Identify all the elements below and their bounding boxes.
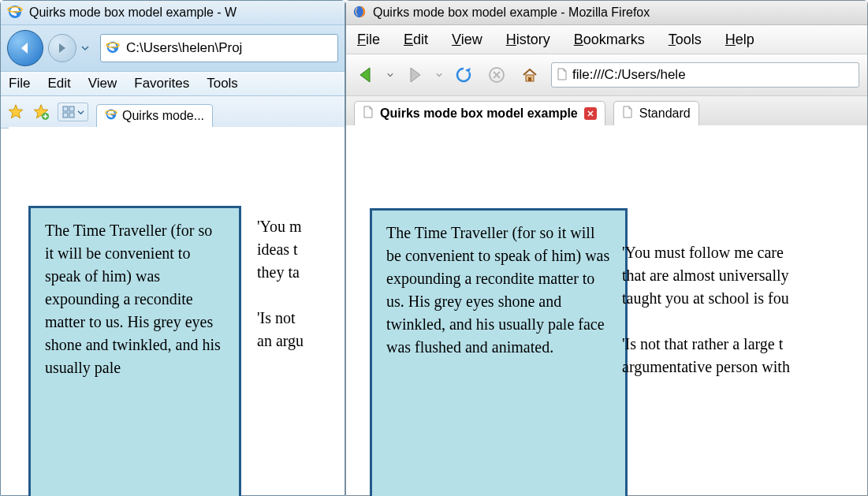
address-text: C:\Users\helen\Proj [120,40,248,56]
forward-button[interactable] [403,63,427,87]
page-icon [363,106,374,121]
ie-titlebar: Quirks mode box model example - W [1,1,345,25]
page-icon [557,68,568,83]
ie-page-content: The Time Traveller (for so it will be co… [9,127,345,495]
back-button[interactable] [7,30,43,66]
ff-window-title: Quirks mode box model example - Mozilla … [373,6,650,20]
ie-e-icon [101,40,120,57]
menu-bookmarks[interactable]: Bookmarks [574,32,645,48]
menu-edit[interactable]: Edit [47,76,70,91]
home-button[interactable] [518,63,542,87]
add-favorite-icon[interactable] [32,103,50,121]
svg-rect-5 [63,106,68,111]
menu-history[interactable]: History [506,32,550,48]
ff-page-content: The Time Traveller (for so it will be co… [346,125,867,495]
menu-help[interactable]: Help [725,32,754,48]
tab-label: Standard [639,106,691,121]
tab-label: Quirks mode... [122,109,204,123]
browser-tab[interactable]: Quirks mode... [96,104,213,128]
menu-favorites[interactable]: Favorites [134,76,189,91]
menu-tools[interactable]: Tools [669,32,702,48]
ff-titlebar: Quirks mode box model example - Mozilla … [346,1,867,25]
menu-view[interactable]: View [452,32,482,48]
ie-menubar: File Edit View Favorites Tools [1,72,345,96]
address-bar[interactable]: file:///C:/Users/hele [551,62,859,88]
tab-label: Quirks mode box model example [380,106,578,121]
stop-button[interactable] [485,63,509,87]
menu-file[interactable]: File [357,32,380,48]
svg-rect-8 [69,113,74,117]
browser-tab-active[interactable]: Quirks mode box model example [354,101,605,126]
body-text: 'You must follow me care that are almost… [622,241,868,379]
menu-edit[interactable]: Edit [404,32,428,48]
svg-rect-14 [528,77,531,81]
svg-rect-7 [63,113,68,117]
ie-e-icon [105,108,117,124]
quirks-box: The Time Traveller (for so it will be co… [370,208,628,496]
firefox-window: Quirks mode box model example - Mozilla … [345,0,868,496]
ie-toolbar: Quirks mode... [1,96,345,129]
back-button[interactable] [354,63,378,87]
ff-menubar: File Edit View History Bookmarks Tools H… [346,25,867,54]
quirks-box-text: The Time Traveller (for so it will be co… [386,224,609,356]
menu-view[interactable]: View [88,76,117,91]
quirks-box: The Time Traveller (for so it will be co… [28,206,241,496]
close-tab-button[interactable] [584,107,597,120]
ff-toolbar: file:///C:/Users/hele [346,54,867,96]
chevron-down-icon[interactable] [387,72,393,78]
ie-window-title: Quirks mode box model example - W [29,6,237,20]
menu-file[interactable]: File [9,76,30,91]
reload-button[interactable] [452,63,475,87]
chevron-down-icon [77,109,84,116]
svg-rect-6 [69,106,74,111]
address-bar[interactable]: C:\Users\helen\Proj [100,34,338,62]
address-text: file:///C:/Users/hele [572,67,686,83]
ie-window: Quirks mode box model example - W C:\Use… [0,0,345,496]
browser-tab[interactable]: Standard [613,101,699,126]
chevron-down-icon[interactable] [436,72,442,78]
quirks-box-text: The Time Traveller (for so it will be co… [45,222,221,376]
page-icon [622,106,633,121]
chevron-down-icon[interactable] [81,44,89,52]
forward-button[interactable] [48,34,76,62]
ie-e-icon [7,4,23,22]
ff-tabbar: Quirks mode box model example Standard [346,96,867,127]
ie-nav-row: C:\Users\helen\Proj [1,25,345,72]
firefox-icon [352,5,367,21]
menu-tools[interactable]: Tools [207,76,238,91]
favorites-star-icon[interactable] [7,103,24,121]
quick-tabs-button[interactable] [58,103,88,121]
